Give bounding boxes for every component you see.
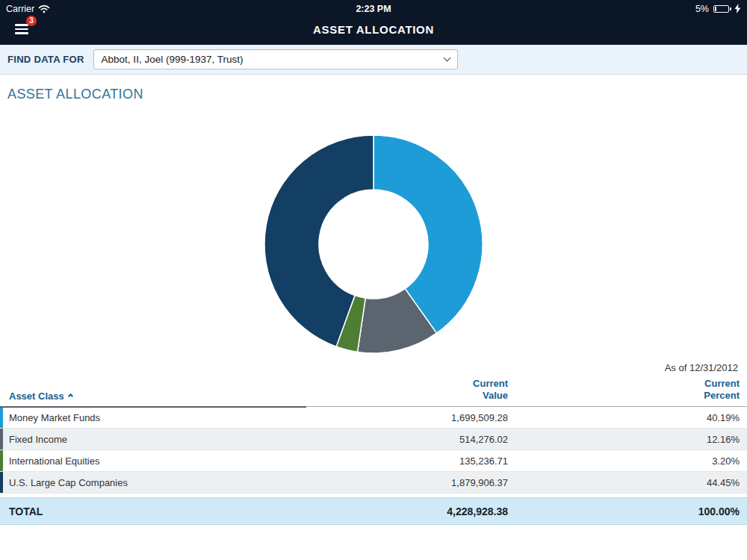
battery-icon [713,5,729,13]
header-current-percent: Current Percent [515,378,747,407]
app: Carrier 2:23 PM 5% 3 ASSET ALLOCATION [0,0,747,560]
chart-area [0,134,747,355]
row-color-bar [0,408,3,429]
cell-current-value: 135,236.71 [306,450,515,472]
account-select[interactable]: Abbot, II, Joel (999-1937, Trust) [93,49,458,69]
header-current-value: Current Value [306,378,515,407]
find-data-label: FIND DATA FOR [7,54,84,65]
chevron-down-icon [443,55,450,62]
row-color-bar [0,429,3,449]
sort-up-icon [68,393,73,398]
donut-chart [263,134,484,355]
total-label: TOTAL [0,505,306,517]
cell-current-percent: 3.20% [515,450,747,472]
table-row: Money Market Funds 1,699,509.28 40.19% [0,407,747,429]
cell-asset-class: International Equities [9,455,99,467]
total-percent: 100.00% [515,505,747,517]
table-row: Fixed Income 514,276.02 12.16% [0,429,747,450]
cell-current-percent: 40.19% [515,407,747,429]
carrier-label: Carrier [6,4,34,14]
notification-badge: 3 [26,16,37,26]
clock: 2:23 PM [251,4,496,14]
cell-current-value: 514,276.02 [306,429,515,450]
cell-asset-class: Money Market Funds [9,412,100,423]
header-asset-class[interactable]: Asset Class [0,378,306,407]
header-asset-class-label: Asset Class [9,391,64,402]
find-data-bar: FIND DATA FOR Abbot, II, Joel (999-1937,… [0,45,747,75]
cell-current-value: 1,699,509.28 [306,407,515,429]
total-row: TOTAL 4,228,928.38 100.00% [0,497,747,525]
row-color-bar [0,450,3,471]
table-header-row: Asset Class Current Value Current Percen… [0,378,747,407]
top-bar: Carrier 2:23 PM 5% 3 ASSET ALLOCATION [0,0,747,45]
page-title: ASSET ALLOCATION [0,15,747,36]
section-heading: ASSET ALLOCATION [7,87,747,102]
total-value: 4,228,928.38 [306,505,515,517]
wifi-icon [38,4,50,13]
cell-current-value: 1,879,906.37 [306,472,515,494]
battery-percent: 5% [695,4,709,14]
as-of-date: As of 12/31/2012 [0,362,738,373]
cell-current-percent: 12.16% [515,429,747,450]
table-row: International Equities 135,236.71 3.20% [0,450,747,472]
menu-button[interactable]: 3 [12,21,31,37]
allocation-table: Asset Class Current Value Current Percen… [0,378,747,494]
battery-fill [715,7,716,11]
status-bar: Carrier 2:23 PM 5% [0,0,747,15]
table-body: Money Market Funds 1,699,509.28 40.19% F… [0,407,747,494]
cell-asset-class: Fixed Income [9,434,67,445]
table-row: U.S. Large Cap Companies 1,879,906.37 44… [0,472,747,494]
account-select-value: Abbot, II, Joel (999-1937, Trust) [102,54,244,65]
cell-current-percent: 44.45% [515,472,747,494]
row-color-bar [0,472,3,493]
charging-bolt-icon [734,4,741,13]
hamburger-icon [15,24,28,34]
cell-asset-class: U.S. Large Cap Companies [9,477,128,488]
